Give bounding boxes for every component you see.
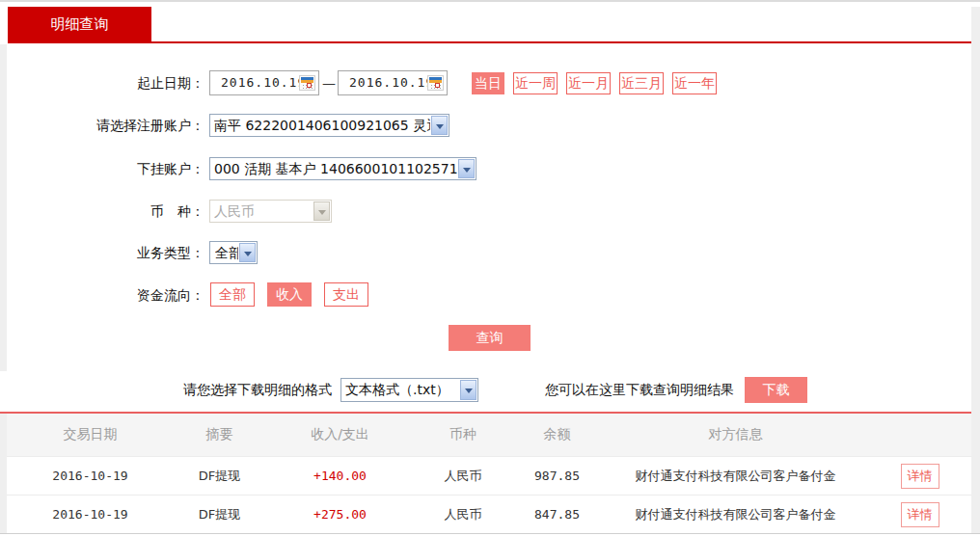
top-divider [0, 0, 980, 2]
header-currency: 币种 [415, 426, 511, 443]
detail-button[interactable]: 详情 [901, 464, 939, 489]
quick-range-week[interactable]: 近一周 [513, 72, 558, 94]
registered-account-label: 请选择注册账户： [96, 116, 204, 135]
quick-range-today[interactable]: 当日 [472, 72, 504, 94]
end-date-value: 2016.10.19 [349, 75, 434, 90]
fund-flow-expense[interactable]: 支出 [324, 282, 368, 307]
cell-amount: +140.00 [265, 469, 415, 483]
currency-label: 币 种： [150, 201, 204, 221]
end-date-input[interactable]: 2016.10.19 [338, 70, 448, 95]
date-range-separator: — [322, 75, 336, 91]
start-date-input[interactable]: 2016.10.19 [209, 70, 319, 95]
chevron-down-icon [313, 201, 330, 221]
page-margin-right [971, 7, 980, 533]
detail-button[interactable]: 详情 [901, 502, 939, 527]
chevron-down-icon [431, 116, 448, 135]
fund-flow-all[interactable]: 全部 [210, 282, 255, 307]
table-row: 2016-10-19 DF提现 +275.00 人民币 847.85 财付通支付… [7, 495, 971, 533]
table-row: 2016-10-19 DF提现 +140.00 人民币 987.85 财付通支付… [7, 456, 971, 495]
sub-account-select[interactable]: 000 活期 基本户 1406600101102571848 [209, 157, 476, 180]
registered-account-select[interactable]: 南平 6222001406100921065 灵通卡 [209, 114, 449, 137]
calendar-icon-day-marker [435, 83, 440, 88]
tab-detail-query[interactable]: 明细查询 [8, 7, 151, 41]
cell-currency: 人民币 [415, 506, 511, 523]
calendar-icon-day-marker [307, 83, 312, 88]
download-hint: 您可以在这里下载查询明细结果 [545, 382, 734, 399]
cell-currency: 人民币 [415, 468, 511, 485]
quick-range-month[interactable]: 近一月 [566, 72, 611, 94]
cell-actions: 详情 [868, 464, 971, 489]
cell-balance: 987.85 [511, 469, 603, 483]
fund-flow-label: 资金流向： [137, 285, 204, 305]
registered-account-value: 南平 6222001406100921065 灵通卡 [214, 117, 430, 135]
quick-range-buttons: 当日 近一周 近一月 近三月 近一年 [472, 72, 717, 94]
cell-date: 2016-10-19 [7, 469, 174, 483]
start-date-value: 2016.10.19 [221, 75, 306, 90]
table-header: 交易日期 摘要 收入/支出 币种 余额 对方信息 [7, 414, 971, 456]
fund-flow-buttons: 全部 收入 支出 [210, 282, 368, 307]
cell-summary: DF提现 [174, 468, 265, 485]
date-range-label: 起止日期： [137, 73, 204, 93]
sub-account-label: 下挂账户： [137, 159, 204, 178]
bottom-divider [0, 533, 980, 534]
currency-select: 人民币 [209, 200, 332, 223]
business-type-value: 全部 [215, 244, 238, 262]
chevron-down-icon [460, 380, 476, 400]
calendar-icon[interactable] [427, 75, 444, 91]
detail-query-page: 明细查询 起止日期： 2016.10.19 — 2016.10.19 当日 近一… [0, 0, 980, 536]
cell-date: 2016-10-19 [7, 507, 174, 522]
download-format-select[interactable]: 文本格式（.txt） [340, 378, 478, 402]
download-button[interactable]: 下载 [745, 377, 807, 403]
header-counterparty: 对方信息 [603, 426, 868, 443]
page-margin-left-lower [0, 412, 7, 533]
download-format-label: 请您选择下载明细的格式 [183, 382, 332, 399]
header-balance: 余额 [511, 426, 603, 443]
cell-amount: +275.00 [265, 507, 415, 522]
query-button[interactable]: 查询 [449, 325, 531, 351]
chevron-down-icon [239, 243, 256, 262]
cell-actions: 详情 [868, 502, 971, 527]
quick-range-quarter[interactable]: 近三月 [619, 72, 664, 94]
download-format-value: 文本格式（.txt） [345, 381, 459, 399]
page-margin-left [0, 44, 7, 371]
header-amount: 收入/支出 [265, 426, 415, 443]
chevron-down-icon [458, 159, 475, 178]
cell-counterparty: 财付通支付科技有限公司客户备付金 [603, 506, 868, 523]
header-date: 交易日期 [7, 426, 174, 443]
fund-flow-income[interactable]: 收入 [267, 282, 312, 307]
quick-range-year[interactable]: 近一年 [672, 72, 717, 94]
sub-account-value: 000 活期 基本户 1406600101102571848 [214, 160, 457, 178]
cell-balance: 847.85 [511, 507, 603, 522]
currency-value: 人民币 [214, 202, 313, 221]
tab-underline [8, 41, 971, 43]
cell-counterparty: 财付通支付科技有限公司客户备付金 [603, 468, 868, 485]
business-type-select[interactable]: 全部 [209, 241, 258, 264]
header-summary: 摘要 [174, 426, 265, 443]
cell-summary: DF提现 [174, 506, 265, 523]
business-type-label: 业务类型： [137, 243, 204, 262]
calendar-icon[interactable] [299, 75, 315, 91]
